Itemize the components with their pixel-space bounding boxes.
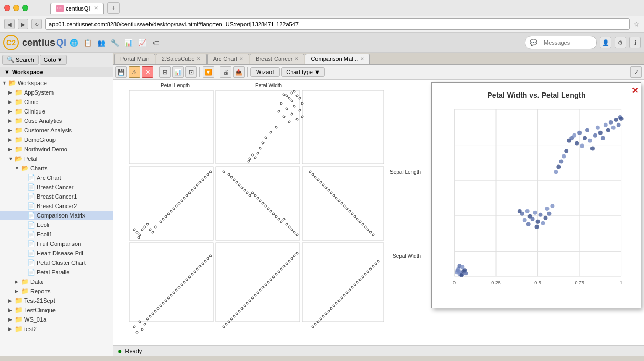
popup-dot: [588, 139, 592, 143]
nav-globe-icon[interactable]: 🌐: [68, 37, 80, 48]
tree-arrow-icon: ▶: [8, 99, 15, 105]
tree-arrow-placeholder: [21, 175, 27, 180]
pivot-toolbar-btn[interactable]: ⊡: [185, 66, 197, 78]
sidebar-item-breast-cancer[interactable]: 📄Breast Cancer: [0, 182, 113, 192]
sidebar-item-cuse-analytics[interactable]: ▶📁Cuse Analytics: [0, 116, 113, 126]
window-max-btn[interactable]: [22, 5, 28, 11]
matrix-cell-10[interactable]: [129, 167, 213, 240]
sidebar-item-clinique[interactable]: ▶📁Clinique: [0, 107, 113, 116]
sidebar-item-petal[interactable]: ▼📂Petal: [0, 154, 113, 163]
tab-close-comparison-matrix[interactable]: ✕: [360, 57, 364, 61]
popup-dot: [554, 170, 558, 174]
matrix-cell-01[interactable]: [216, 90, 300, 164]
sidebar-item-ws-01a[interactable]: ▶📁WS_01a: [0, 315, 113, 324]
window-min-btn[interactable]: [13, 5, 19, 11]
tab-arc-chart[interactable]: Arc Chart✕: [207, 54, 249, 64]
tree-node-label: Charts: [30, 165, 47, 171]
matrix-cell-00[interactable]: [129, 90, 213, 164]
popup-chart: ✕ Petal Width vs. Petal Length: [431, 82, 641, 308]
new-tab-btn[interactable]: +: [107, 2, 120, 14]
popup-dot: [463, 271, 468, 275]
popup-dot: [547, 212, 551, 216]
matrix-cell-02[interactable]: [302, 90, 384, 164]
sidebar-item-test2[interactable]: ▶📁test2: [0, 324, 113, 334]
nav-report-icon[interactable]: 📈: [136, 37, 148, 48]
tree-node-icon: 📄: [27, 193, 35, 200]
refresh-btn[interactable]: ↻: [31, 19, 42, 29]
sidebar-item-clinic[interactable]: ▶📁Clinic: [0, 97, 113, 107]
print-toolbar-btn[interactable]: 🖨: [220, 66, 231, 78]
stop-toolbar-btn[interactable]: ✕: [142, 66, 153, 78]
export-toolbar-btn[interactable]: 📤: [233, 66, 245, 78]
sidebar-item-breast-cancer2[interactable]: 📄Breast Cancer2: [0, 201, 113, 211]
sidebar-item-heart-disease-prll[interactable]: 📄Heart Disease Prll: [0, 249, 113, 258]
sidebar-item-ecoli1[interactable]: 📄Ecoli1: [0, 230, 113, 239]
sidebar-item-northwind-demo[interactable]: ▶📁Northwind Demo: [0, 145, 113, 154]
user-settings-icon[interactable]: ⚙: [615, 37, 626, 48]
nav-clipboard-icon[interactable]: 📋: [82, 37, 93, 48]
sidebar-item-workspace[interactable]: ▼📂Workspace: [0, 78, 113, 88]
sidebar-item-breast-cancer1[interactable]: 📄Breast Cancer1: [0, 192, 113, 201]
matrix-cell-21[interactable]: [216, 243, 300, 322]
chart-toolbar-btn[interactable]: 📊: [172, 66, 184, 78]
wizard-button[interactable]: Wizard: [250, 67, 280, 77]
matrix-cell-22[interactable]: [302, 243, 384, 322]
nav-settings-icon[interactable]: 🔧: [109, 37, 121, 48]
sidebar-item-ecoli[interactable]: 📄Ecoli: [0, 220, 113, 230]
popup-dot: [609, 120, 613, 125]
user-profile-icon[interactable]: 👤: [600, 37, 611, 48]
tab-close-arc-chart[interactable]: ✕: [239, 57, 244, 61]
toolbar-separator-4: [247, 67, 248, 77]
tab-portal-main[interactable]: Portal Main: [114, 54, 155, 64]
expand-toolbar-btn[interactable]: ⤢: [630, 66, 642, 78]
matrix-label-sepal-length: Sepal Length: [390, 169, 421, 175]
tree-node-label: Comparison Matrix: [37, 212, 85, 219]
sidebar-item-data[interactable]: ▶📁Data: [0, 277, 113, 286]
nav-tag-icon[interactable]: 🏷: [150, 37, 162, 48]
sidebar-item-demogroup[interactable]: ▶📁DemoGroup: [0, 135, 113, 145]
tab-close-salescube[interactable]: ✕: [197, 57, 201, 61]
forward-btn[interactable]: ▶: [18, 19, 28, 29]
warning-toolbar-btn[interactable]: ⚠: [129, 66, 140, 78]
popup-dot: [559, 159, 563, 163]
browser-tab-active[interactable]: C2 centiusQI ✕: [50, 3, 104, 14]
matrix-cell-20[interactable]: [129, 243, 213, 322]
sidebar-item-petal-parallel[interactable]: 📄Petal Parallel: [0, 267, 113, 277]
sidebar-item-appsystem[interactable]: ▶📁AppSystem: [0, 88, 113, 97]
tree-node-icon: 📁: [15, 117, 23, 125]
url-bar[interactable]: [45, 18, 630, 30]
matrix-cell-11[interactable]: [216, 167, 300, 240]
sidebar-item-testclinique[interactable]: ▶📁TestClinique: [0, 305, 113, 315]
sidebar-item-charts[interactable]: ▼📂Charts: [0, 163, 113, 173]
tab-close-btn[interactable]: ✕: [94, 5, 98, 11]
sidebar-item-petal-cluster-chart[interactable]: 📄Petal Cluster Chart: [0, 258, 113, 267]
messages-input[interactable]: [540, 37, 592, 48]
sidebar-item-fruit-comparison[interactable]: 📄Fruit Comparison: [0, 239, 113, 249]
tab-comparison-matrix[interactable]: Comparison Mat...✕: [305, 54, 370, 64]
back-btn[interactable]: ◀: [4, 19, 15, 29]
popup-close-btn[interactable]: ✕: [631, 86, 638, 96]
bookmark-btn[interactable]: ☆: [633, 20, 640, 28]
sidebar-item-comparison-matrix[interactable]: 📄Comparison Matrix: [0, 211, 113, 220]
save-toolbar-btn[interactable]: 💾: [115, 66, 127, 78]
tree-node-label: test2: [24, 326, 37, 332]
sidebar-item-reports[interactable]: ▶📁Reports: [0, 286, 113, 296]
goto-button[interactable]: Goto ▼: [40, 55, 67, 65]
tab-breast-cancer[interactable]: Breast Cancer✕: [250, 54, 304, 64]
filter-toolbar-btn[interactable]: 🔽: [203, 66, 214, 78]
tree-node-icon: 📁: [15, 108, 23, 115]
window-close-btn[interactable]: [4, 5, 10, 11]
charttype-button[interactable]: Chart type ▼: [281, 67, 325, 77]
grid-toolbar-btn[interactable]: ⊞: [159, 66, 171, 78]
tab-salescube[interactable]: 2.SalesCube✕: [156, 54, 207, 64]
nav-users-icon[interactable]: 👥: [96, 37, 107, 48]
help-icon[interactable]: ℹ: [629, 37, 641, 48]
chart-canvas: Petal Length Petal Width Sepal Length Se…: [113, 80, 644, 356]
search-button[interactable]: 🔍 Search: [2, 55, 39, 65]
sidebar-item-arc-chart[interactable]: 📄Arc Chart: [0, 173, 113, 182]
nav-chart-icon[interactable]: 📊: [123, 37, 134, 48]
popup-dot: [541, 221, 545, 225]
sidebar-item-test-21sept[interactable]: ▶📁Test-21Sept: [0, 296, 113, 305]
tab-close-breast-cancer[interactable]: ✕: [294, 57, 299, 61]
sidebar-item-customer-analysis[interactable]: ▶📁Customer Analysis: [0, 126, 113, 135]
